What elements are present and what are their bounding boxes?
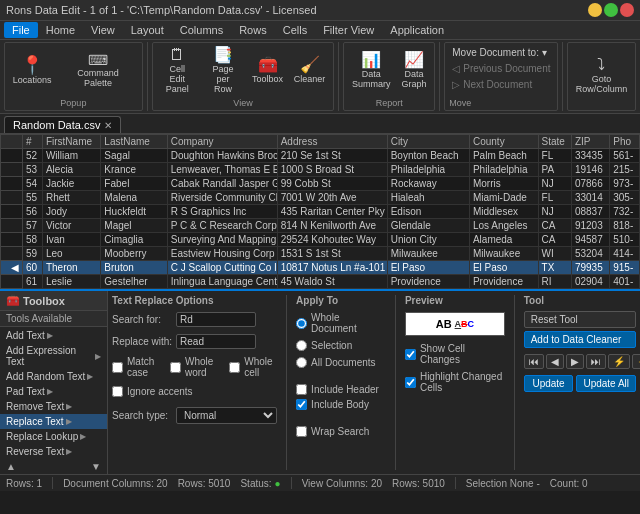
table-cell[interactable]: Rhett — [42, 191, 100, 205]
table-cell[interactable]: Edison — [387, 205, 469, 219]
table-cell[interactable]: Leslie — [42, 275, 100, 289]
nav-first-button[interactable]: ⏮ — [524, 354, 544, 369]
table-cell[interactable]: Providence — [469, 275, 538, 289]
ignore-accents-checkbox[interactable] — [112, 386, 123, 397]
table-cell[interactable]: 210 Se 1st St — [277, 149, 387, 163]
table-cell[interactable]: Alecia — [42, 163, 100, 177]
table-cell[interactable]: 99 Cobb St — [277, 177, 387, 191]
wrap-search-checkbox[interactable] — [296, 426, 307, 437]
menu-filter-view[interactable]: Filter View — [315, 22, 382, 38]
table-cell[interactable]: 29524 Kohoutec Way — [277, 233, 387, 247]
table-cell[interactable]: Inlingua Language Center — [167, 275, 277, 289]
table-cell[interactable]: Miami-Dade — [469, 191, 538, 205]
nav-next-button[interactable]: ▶ — [566, 354, 584, 369]
tool-add-text[interactable]: Add Text ▶ — [0, 328, 107, 343]
table-cell[interactable]: WI — [538, 247, 571, 261]
table-cell[interactable]: Gestelher — [101, 275, 167, 289]
table-cell[interactable]: 561- — [610, 149, 640, 163]
table-cell[interactable]: Morris — [469, 177, 538, 191]
table-cell[interactable]: 915- — [610, 261, 640, 275]
tool-replace-text[interactable]: Replace Text ▶ — [0, 414, 107, 429]
nav-prev-button[interactable]: ◀ — [546, 354, 564, 369]
scroll-up-arrow[interactable]: ▲ — [6, 461, 16, 472]
table-cell[interactable]: Victor — [42, 219, 100, 233]
table-cell[interactable]: 7001 W 20th Ave — [277, 191, 387, 205]
table-cell[interactable]: FL — [538, 149, 571, 163]
table-cell[interactable]: Krance — [101, 163, 167, 177]
table-cell[interactable]: Cabak Randall Jasper Griffiths — [167, 177, 277, 191]
table-cell[interactable]: R S Graphics Inc — [167, 205, 277, 219]
table-cell[interactable]: Malena — [101, 191, 167, 205]
close-button[interactable] — [620, 3, 634, 17]
nav-lightning-button[interactable]: ⚡ — [608, 354, 630, 369]
tool-replace-lookup[interactable]: Replace Lookup ▶ — [0, 429, 107, 444]
data-graph-button[interactable]: 📈 DataGraph — [398, 50, 431, 91]
data-summary-button[interactable]: 📊 DataSummary — [348, 50, 395, 91]
table-cell[interactable]: Hialeah — [387, 191, 469, 205]
table-cell[interactable]: 818- — [610, 219, 640, 233]
include-header-checkbox[interactable] — [296, 384, 307, 395]
table-cell[interactable]: 814 N Kenilworth Ave — [277, 219, 387, 233]
table-cell[interactable]: Alameda — [469, 233, 538, 247]
previous-document-button[interactable]: ◁ Previous Document — [449, 61, 553, 76]
move-document-button[interactable]: Move Document to: ▾ — [449, 45, 549, 60]
update-button[interactable]: Update — [524, 375, 574, 392]
table-cell[interactable]: Palm Beach — [469, 149, 538, 163]
table-cell[interactable]: 33014 — [571, 191, 609, 205]
table-cell[interactable]: Theron — [42, 261, 100, 275]
toolbox-button[interactable]: 🧰 Toolbox — [248, 55, 287, 86]
replace-with-input[interactable] — [176, 334, 256, 349]
match-case-checkbox[interactable] — [112, 362, 123, 373]
table-cell[interactable]: Riverside Community Clg Dist — [167, 191, 277, 205]
next-document-button[interactable]: ▷ Next Document — [449, 77, 535, 92]
minimize-button[interactable] — [588, 3, 602, 17]
table-cell[interactable]: 94587 — [571, 233, 609, 247]
table-cell[interactable]: 08837 — [571, 205, 609, 219]
whole-cell-checkbox[interactable] — [229, 362, 240, 373]
table-cell[interactable]: 53204 — [571, 247, 609, 261]
tool-reverse-text[interactable]: Reverse Text ▶ — [0, 444, 107, 459]
table-cell[interactable]: El Paso — [387, 261, 469, 275]
table-cell[interactable]: NJ — [538, 177, 571, 191]
table-cell[interactable]: 732- — [610, 205, 640, 219]
table-cell[interactable]: PA — [538, 163, 571, 177]
menu-rows[interactable]: Rows — [231, 22, 275, 38]
table-cell[interactable]: Cimaglia — [101, 233, 167, 247]
tool-add-expression-text[interactable]: Add Expression Text ▶ — [0, 343, 107, 369]
table-cell[interactable]: 510- — [610, 233, 640, 247]
table-cell[interactable]: Doughton Hawkins Brockelman — [167, 149, 277, 163]
show-cell-changes-checkbox[interactable] — [405, 349, 416, 360]
table-cell[interactable]: Eastview Housing Corp — [167, 247, 277, 261]
table-cell[interactable]: 973- — [610, 177, 640, 191]
table-cell[interactable]: Milwaukee — [469, 247, 538, 261]
all-documents-radio[interactable] — [296, 357, 307, 368]
table-cell[interactable]: 79935 — [571, 261, 609, 275]
cleaner-button[interactable]: 🧹 Cleaner — [290, 55, 329, 86]
table-cell[interactable]: P C & C Research Corp — [167, 219, 277, 233]
table-cell[interactable]: 33435 — [571, 149, 609, 163]
selection-radio[interactable] — [296, 340, 307, 351]
table-cell[interactable]: 10817 Notus Ln #a-101 — [277, 261, 387, 275]
table-cell[interactable]: Fabel — [101, 177, 167, 191]
menu-home[interactable]: Home — [38, 22, 83, 38]
table-cell[interactable]: 215- — [610, 163, 640, 177]
doc-tab-close[interactable]: ✕ — [104, 120, 112, 131]
table-cell[interactable]: 02904 — [571, 275, 609, 289]
table-cell[interactable]: 435 Raritan Center Pky — [277, 205, 387, 219]
search-for-input[interactable] — [176, 312, 256, 327]
table-cell[interactable]: 1531 S 1st St — [277, 247, 387, 261]
table-cell[interactable]: Leo — [42, 247, 100, 261]
table-cell[interactable]: Sagal — [101, 149, 167, 163]
table-cell[interactable]: Jackie — [42, 177, 100, 191]
page-per-row-button[interactable]: 📑 Page perRow — [201, 45, 245, 96]
table-cell[interactable]: 401- — [610, 275, 640, 289]
maximize-button[interactable] — [604, 3, 618, 17]
table-cell[interactable]: CA — [538, 219, 571, 233]
table-cell[interactable]: Providence — [387, 275, 469, 289]
whole-document-radio[interactable] — [296, 318, 307, 329]
table-cell[interactable]: 07866 — [571, 177, 609, 191]
table-cell[interactable]: Magel — [101, 219, 167, 233]
menu-layout[interactable]: Layout — [123, 22, 172, 38]
table-cell[interactable]: Union City — [387, 233, 469, 247]
table-cell[interactable]: Mooberry — [101, 247, 167, 261]
